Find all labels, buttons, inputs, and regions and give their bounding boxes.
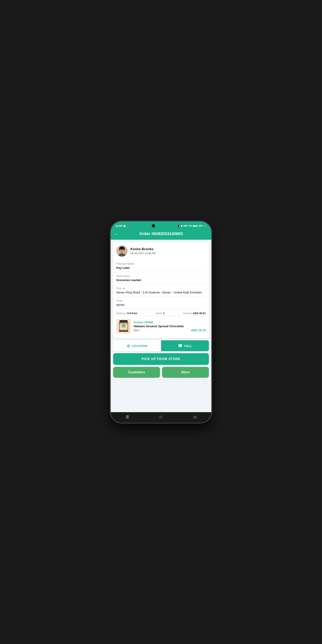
gps-icon: ◉: [181, 224, 183, 227]
battery-icon: ⚡: [204, 224, 206, 227]
user-date: 06-09-2023 10:06 AM: [130, 252, 156, 255]
amount-value: AED 48.81: [193, 312, 206, 315]
store-name-value: Groceries market: [116, 278, 206, 282]
product-qty: Qty:2: [134, 329, 140, 332]
stats-row: Distance 5.8 Kms Items 1 Amount AED 48.8…: [116, 309, 206, 316]
drop-address: ajman: [116, 303, 206, 306]
location-icon: 📍: [126, 224, 130, 227]
pickup-address: Ajman Ring Road - 3 Al Nuaimia - Ajman -…: [116, 290, 206, 294]
call-tab-label: CALL: [184, 344, 192, 348]
product-qty-price: Qty:2 AED 19.75: [134, 328, 206, 332]
product-number: Product #63966: [134, 321, 206, 324]
back-button[interactable]: ←: [114, 231, 118, 236]
payment-mode-value: Pay Later: [116, 266, 206, 270]
location-tab[interactable]: ◎ LOCATION: [113, 340, 161, 351]
avatar: [116, 245, 128, 256]
vibrate-icon: 📳: [177, 224, 180, 227]
svg-text:S: S: [123, 326, 124, 327]
home-nav-icon[interactable]: □: [158, 414, 164, 420]
pickup-row: Pick up Ajman Ring Road - 3 Al Nuaimia -…: [116, 284, 206, 297]
product-image: S: [116, 319, 131, 334]
product-name: Halwani Sesame Spread Chocolate: [134, 324, 206, 328]
product-details: Product #63966 Halwani Sesame Spread Cho…: [134, 321, 206, 332]
svg-rect-11: [120, 328, 127, 328]
distance-value: 5.8 Kms: [128, 312, 138, 315]
store-name-row: Store Name Groceries market: [116, 272, 206, 284]
store-button[interactable]: Store: [162, 367, 209, 378]
battery-display: 29%: [198, 224, 203, 227]
bottom-nav: Customers Store: [113, 367, 209, 378]
status-right: 📳 ◉ WiFi 4G ▶▶▶ 29% ⚡: [177, 224, 206, 227]
page-title: Order #6092023100603: [139, 232, 183, 236]
payment-mode-label: Payment Mode: [116, 262, 206, 265]
location-tab-label: LOCATION: [132, 344, 147, 348]
distance-stat: Distance 5.8 Kms: [116, 312, 137, 315]
items-value: 1: [163, 312, 164, 315]
pickup-label: Pick up: [116, 287, 206, 290]
network-icon: 4G: [189, 224, 192, 227]
app-header: ← Order #6092023100603: [111, 229, 211, 240]
user-info: Kesha Brooks 06-09-2023 10:06 AM: [130, 247, 156, 255]
svg-rect-6: [120, 320, 128, 322]
scroll-content: Kesha Brooks 06-09-2023 10:06 AM Payment…: [111, 240, 211, 412]
signal-icon: ▣: [123, 224, 126, 227]
time-display: 12:05: [116, 224, 122, 228]
amount-label: Amount: [183, 312, 192, 315]
menu-nav-icon[interactable]: ☰: [124, 414, 130, 420]
camera-notch: [152, 224, 155, 228]
status-left: 12:05 ▣ 📍: [116, 224, 130, 228]
user-row: Kesha Brooks 06-09-2023 10:06 AM: [116, 245, 206, 256]
phone-shell: 12:05 ▣ 📍 📳 ◉ WiFi 4G ▶▶▶ 29% ⚡ ← Order …: [111, 222, 211, 422]
svg-point-3: [119, 246, 124, 250]
drop-row: Drop ajman: [116, 297, 206, 309]
status-bar: 12:05 ▣ 📍 📳 ◉ WiFi 4G ▶▶▶ 29% ⚡: [111, 222, 211, 229]
call-tab-icon: ☎: [178, 344, 182, 348]
action-tabs: ◎ LOCATION ☎ CALL: [113, 340, 209, 351]
product-price: AED 19.75: [191, 328, 206, 332]
call-tab[interactable]: ☎ CALL: [161, 340, 209, 351]
distance-label: Distance: [116, 312, 126, 315]
product-row: S Product #63966 Halwani Sesame Spread C…: [116, 316, 206, 335]
pickup-from-store-button[interactable]: PICK UP FROM STORE: [113, 353, 209, 365]
payment-mode-row: Payment Mode Pay Later: [116, 260, 206, 272]
drop-label: Drop: [116, 299, 206, 302]
user-name: Kesha Brooks: [130, 247, 156, 251]
customers-button[interactable]: Customers: [113, 367, 160, 378]
store-name-label: Store Name: [116, 274, 206, 278]
order-card: Kesha Brooks 06-09-2023 10:06 AM Payment…: [113, 242, 209, 338]
svg-rect-14: [119, 331, 128, 332]
items-stat: Items 1: [156, 312, 164, 315]
android-nav-bar: ☰ □ ◁: [111, 412, 211, 422]
items-label: Items: [156, 312, 162, 315]
wifi-icon: WiFi: [184, 224, 188, 227]
signal-bars: ▶▶▶: [193, 224, 198, 227]
amount-stat: Amount AED 48.81: [183, 312, 206, 315]
back-nav-icon[interactable]: ◁: [192, 414, 198, 420]
location-tab-icon: ◎: [127, 344, 130, 348]
